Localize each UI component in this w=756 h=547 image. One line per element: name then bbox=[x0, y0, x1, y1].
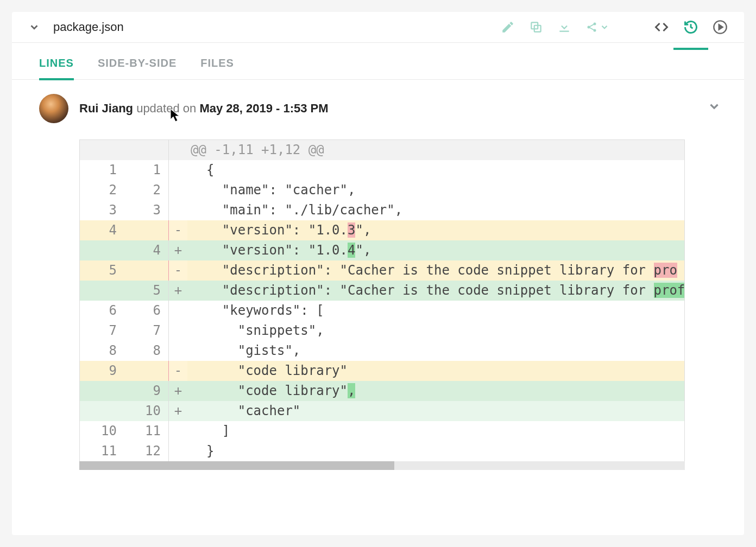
file-header: package.json bbox=[12, 12, 744, 43]
collapse-icon[interactable] bbox=[28, 21, 40, 33]
new-line-number: 7 bbox=[124, 321, 169, 341]
diff-sign bbox=[169, 301, 187, 321]
diff-code: "name": "cacher", bbox=[187, 180, 684, 200]
old-line-number: 11 bbox=[80, 441, 124, 461]
commit-text: Rui Jiang updated on May 28, 2019 - 1:53… bbox=[79, 101, 329, 116]
diff-row: 66 "keywords": [ bbox=[80, 301, 684, 321]
old-line-number: 5 bbox=[80, 260, 124, 281]
commit-author: Rui Jiang bbox=[79, 101, 133, 115]
old-line-number: 6 bbox=[80, 301, 124, 321]
commit-date: May 28, 2019 - 1:53 PM bbox=[199, 101, 328, 115]
diff-row: 1011 ] bbox=[80, 421, 684, 441]
diff-row: 4+ "version": "1.0.4", bbox=[80, 240, 684, 260]
horizontal-scrollbar[interactable] bbox=[79, 461, 685, 470]
diff-sign: - bbox=[169, 361, 187, 381]
commit-action: updated on bbox=[136, 101, 199, 115]
old-line-number: 10 bbox=[80, 421, 124, 441]
diff-sign: + bbox=[169, 381, 187, 401]
diff-row: 9- "code library" bbox=[80, 361, 684, 381]
tab-lines[interactable]: LINES bbox=[39, 43, 74, 79]
diff-code: "code library" bbox=[187, 361, 684, 381]
diff-sign: + bbox=[169, 281, 187, 301]
diff-sign bbox=[169, 341, 187, 361]
diff-sign bbox=[169, 160, 187, 180]
old-line-number: 3 bbox=[80, 200, 124, 220]
diff-code: "code library", bbox=[187, 381, 684, 401]
tab-files[interactable]: FILES bbox=[200, 43, 234, 79]
diff-sign: - bbox=[169, 220, 187, 240]
diff-row: 10+ "cacher" bbox=[80, 401, 684, 421]
old-line-number bbox=[80, 140, 124, 160]
tab-side-by-side[interactable]: SIDE-BY-SIDE bbox=[98, 43, 177, 79]
diff-sign: + bbox=[169, 240, 187, 260]
expand-commit-icon[interactable] bbox=[707, 99, 721, 116]
diff-sign bbox=[169, 321, 187, 341]
new-line-number: 12 bbox=[124, 441, 169, 461]
diff-row: 9+ "code library", bbox=[80, 381, 684, 401]
old-line-number: 4 bbox=[80, 220, 124, 240]
edit-icon[interactable] bbox=[501, 20, 515, 34]
play-icon[interactable] bbox=[713, 20, 728, 35]
app-container: package.json bbox=[12, 12, 744, 535]
new-line-number: 8 bbox=[124, 341, 169, 361]
diff-code: "snippets", bbox=[187, 321, 684, 341]
header-actions bbox=[501, 20, 728, 35]
diff-code: "version": "1.0.3", bbox=[187, 220, 684, 240]
new-line-number bbox=[124, 361, 169, 381]
new-line-number bbox=[124, 260, 169, 281]
diff-code: "gists", bbox=[187, 341, 684, 361]
commit-header: Rui Jiang updated on May 28, 2019 - 1:53… bbox=[12, 80, 744, 134]
old-line-number bbox=[80, 401, 124, 421]
new-line-number: 6 bbox=[124, 301, 169, 321]
new-line-number: 9 bbox=[124, 381, 169, 401]
old-line-number bbox=[80, 240, 124, 260]
diff-row: 88 "gists", bbox=[80, 341, 684, 361]
code-icon[interactable] bbox=[654, 20, 669, 35]
diff-view: @@ -1,11 +1,12 @@11 {22 "name": "cacher"… bbox=[79, 139, 685, 461]
new-line-number bbox=[124, 140, 169, 160]
diff-sign bbox=[169, 200, 187, 220]
diff-row: 22 "name": "cacher", bbox=[80, 180, 684, 200]
old-line-number bbox=[80, 281, 124, 301]
diff-code: ] bbox=[187, 421, 684, 441]
old-line-number: 8 bbox=[80, 341, 124, 361]
history-icon[interactable] bbox=[683, 20, 698, 35]
file-title: package.json bbox=[53, 20, 124, 34]
diff-row: 33 "main": "./lib/cacher", bbox=[80, 200, 684, 220]
diff-row: 5- "description": "Cacher is the code sn… bbox=[80, 260, 684, 281]
new-line-number: 5 bbox=[124, 281, 169, 301]
diff-code: "version": "1.0.4", bbox=[187, 240, 684, 260]
copy-icon[interactable] bbox=[529, 20, 543, 34]
old-line-number: 2 bbox=[80, 180, 124, 200]
chevron-down-icon bbox=[600, 22, 609, 32]
avatar bbox=[39, 94, 68, 123]
old-line-number bbox=[80, 381, 124, 401]
new-line-number: 10 bbox=[124, 401, 169, 421]
share-button[interactable] bbox=[585, 21, 609, 34]
new-line-number: 2 bbox=[124, 180, 169, 200]
diff-code: "keywords": [ bbox=[187, 301, 684, 321]
diff-row: 4- "version": "1.0.3", bbox=[80, 220, 684, 240]
new-line-number: 1 bbox=[124, 160, 169, 180]
diff-container: @@ -1,11 +1,12 @@11 {22 "name": "cacher"… bbox=[12, 134, 744, 470]
scrollbar-thumb[interactable] bbox=[79, 461, 394, 470]
new-line-number: 3 bbox=[124, 200, 169, 220]
diff-code: "main": "./lib/cacher", bbox=[187, 200, 684, 220]
diff-sign bbox=[169, 140, 187, 160]
diff-sign: + bbox=[169, 401, 187, 421]
old-line-number: 1 bbox=[80, 160, 124, 180]
diff-code: "description": "Cacher is the code snipp… bbox=[187, 260, 684, 281]
diff-code: { bbox=[187, 160, 684, 180]
diff-sign bbox=[169, 441, 187, 461]
download-icon[interactable] bbox=[557, 20, 571, 34]
diff-code: "description": "Cacher is the code snipp… bbox=[187, 281, 684, 301]
old-line-number: 7 bbox=[80, 321, 124, 341]
svg-marker-6 bbox=[719, 24, 723, 29]
new-line-number bbox=[124, 220, 169, 240]
diff-sign: - bbox=[169, 260, 187, 281]
diff-row: 5+ "description": "Cacher is the code sn… bbox=[80, 281, 684, 301]
diff-tabs: LINES SIDE-BY-SIDE FILES bbox=[12, 43, 744, 80]
old-line-number: 9 bbox=[80, 361, 124, 381]
diff-sign bbox=[169, 180, 187, 200]
diff-code: @@ -1,11 +1,12 @@ bbox=[187, 140, 684, 160]
